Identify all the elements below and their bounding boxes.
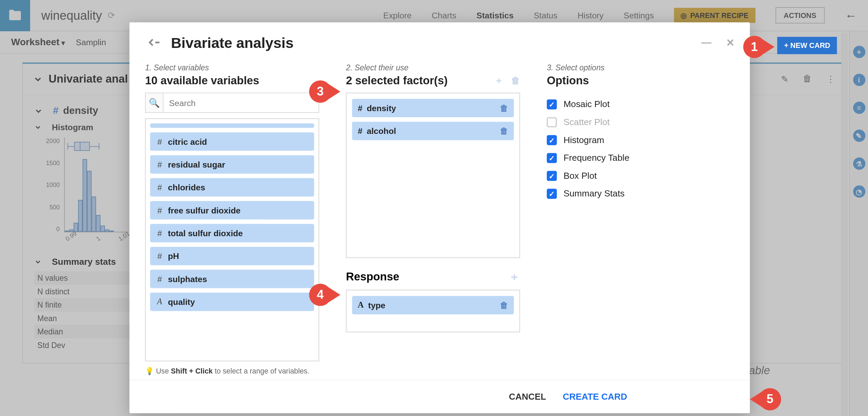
option-row[interactable]: Mosaic Plot [547,99,734,109]
annotation-1: 1 [743,36,765,58]
checkbox [547,117,557,127]
variable-item[interactable]: #total sulfur dioxide [150,224,314,242]
add-factor-icon[interactable]: ＋ [494,75,503,87]
response-label: type [368,300,385,310]
available-variable-list[interactable]: #citric acid#residual sugar#chlorides#fr… [145,118,319,361]
selected-factors-title: 2 selected factor(s) [346,74,448,87]
option-row[interactable]: Frequency Table [547,153,734,163]
annotation-5: 5 [759,388,781,411]
minimize-icon[interactable]: — [701,37,711,49]
step-label: 2. Select their use [346,63,520,72]
variable-item[interactable]: #citric acid [150,132,314,151]
modal-title: Bivariate analysis [171,35,294,52]
trash-icon[interactable]: 🗑 [500,126,508,136]
annotation-4: 4 [309,284,331,306]
variable-label: sulphates [168,274,207,284]
trash-icon[interactable]: 🗑 [500,103,508,113]
add-response-icon[interactable]: ＋ [509,269,520,284]
checkbox[interactable] [547,153,557,163]
close-icon[interactable]: ✕ [726,37,735,49]
variable-item[interactable] [150,123,314,128]
option-row[interactable]: Histogram [547,135,734,145]
select-use-column: 2. Select their use 2 selected factor(s)… [346,63,520,375]
response-list: Atype🗑 [346,290,520,332]
new-card-button[interactable]: + NEW CARD [777,37,837,54]
option-label: Box Plot [563,171,597,181]
variable-label: pH [168,251,179,261]
checkbox[interactable] [547,189,557,199]
variable-item[interactable]: #chlorides [150,178,314,196]
option-row[interactable]: Box Plot [547,171,734,181]
annotation-3: 3 [309,81,331,103]
factor-item[interactable]: #density🗑 [352,99,514,117]
hash-icon: # [156,251,163,261]
options-title: Options [547,74,734,87]
cancel-button[interactable]: CANCEL [509,392,546,402]
variable-item[interactable]: #residual sugar [150,155,314,174]
option-label: Histogram [563,135,604,145]
text-type-icon: A [156,297,163,307]
variable-label: quality [168,297,195,307]
delete-factor-icon[interactable]: 🗑 [511,76,520,86]
lightbulb-icon: 💡 [145,367,154,375]
factor-list: #density🗑#alcohol🗑 [346,93,520,258]
variable-item[interactable]: Aquality [150,293,314,311]
variable-label: chlorides [168,183,205,192]
bivariate-modal: Bivariate analysis — ✕ 1. Select variabl… [129,22,750,413]
search-input[interactable] [163,93,319,112]
factor-label: density [367,103,396,113]
select-variables-column: 1. Select variables 10 available variabl… [145,63,319,375]
option-label: Mosaic Plot [563,99,610,109]
back-arrow-icon[interactable] [145,36,161,51]
hash-icon: # [156,137,163,146]
factor-label: alcohol [367,126,396,136]
variable-label: residual sugar [168,160,225,169]
variable-label: total sulfur dioxide [168,228,243,238]
checkbox[interactable] [547,135,557,145]
step-label: 1. Select variables [145,63,319,72]
variable-item[interactable]: #free sulfur dioxide [150,201,314,219]
step-label: 3. Select options [547,63,734,72]
text-type-icon: A [358,300,364,310]
factor-item[interactable]: #alcohol🗑 [352,122,514,140]
hash-icon: # [156,160,163,169]
search-input-row: 🔍 [145,93,319,113]
available-variables-title: 10 available variables [145,74,319,87]
hash-icon: # [156,183,163,192]
checkbox[interactable] [547,99,557,109]
checkbox[interactable] [547,171,557,181]
option-label: Frequency Table [563,153,629,163]
response-item[interactable]: Atype🗑 [352,296,514,314]
hash-icon: # [358,126,362,136]
hash-icon: # [156,274,163,284]
search-icon: 🔍 [146,93,164,112]
option-label: Scatter Plot [563,117,610,127]
create-card-button[interactable]: CREATE CARD [563,392,627,402]
variable-label: free sulfur dioxide [168,206,241,215]
option-row[interactable]: Summary Stats [547,189,734,199]
option-row: Scatter Plot [547,117,734,127]
variable-item[interactable]: #sulphates [150,270,314,288]
hint-text: 💡 Use Shift + Click to select a range of… [145,367,319,375]
options-column: 3. Select options Options Mosaic PlotSca… [547,63,734,375]
trash-icon[interactable]: 🗑 [500,300,508,310]
hash-icon: # [358,103,362,113]
hash-icon: # [156,228,163,238]
variable-item[interactable]: #pH [150,247,314,265]
variable-label: citric acid [168,137,207,146]
hash-icon: # [156,206,163,215]
response-title: Response [346,270,399,283]
option-label: Summary Stats [563,189,625,199]
